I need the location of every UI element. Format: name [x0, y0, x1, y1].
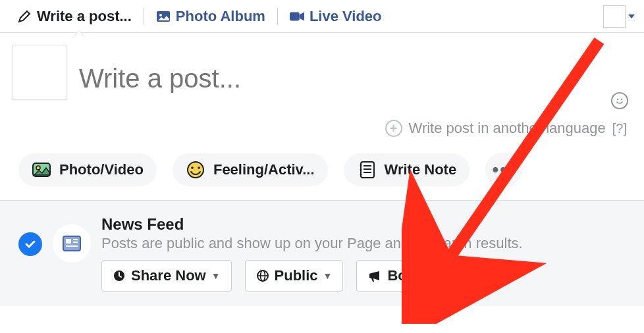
- chip-write-note[interactable]: Write Note: [344, 153, 470, 186]
- boost-post-button[interactable]: Boost Post: [356, 260, 475, 292]
- plus-icon[interactable]: +: [385, 120, 402, 137]
- note-icon: [357, 160, 377, 180]
- svg-point-14: [360, 165, 362, 166]
- composer-area: [0, 33, 644, 105]
- chip-feeling-activity[interactable]: Feeling/Activ...: [173, 153, 328, 186]
- photo-video-icon: [32, 160, 51, 180]
- page-avatar: [12, 45, 67, 100]
- attachment-chips: Photo/Video Feeling/Activ... Write Note …: [0, 147, 644, 200]
- caret-down-icon: ▼: [323, 270, 333, 281]
- account-switcher[interactable]: [603, 5, 636, 28]
- checkmark-icon: [24, 238, 37, 251]
- svg-point-1: [159, 14, 162, 16]
- video-icon: [290, 9, 304, 24]
- svg-rect-18: [66, 239, 71, 243]
- tab-label: Live Video: [309, 8, 382, 25]
- feed-title: News Feed: [101, 215, 626, 234]
- help-link[interactable]: [?]: [612, 121, 627, 136]
- feeling-icon: [186, 160, 205, 180]
- tab-photo-album[interactable]: Photo Album: [147, 1, 275, 32]
- composer-tabs: Write a post... Photo Album Live Video: [0, 0, 644, 33]
- post-input[interactable]: [79, 45, 628, 100]
- divider: [144, 8, 144, 25]
- divider: [277, 8, 278, 25]
- clock-icon: [113, 269, 126, 282]
- svg-rect-2: [290, 12, 300, 20]
- megaphone-icon: [367, 269, 382, 282]
- pencil-icon: [17, 9, 32, 24]
- news-feed-icon: [53, 224, 91, 263]
- svg-point-6: [36, 166, 40, 170]
- caret-down-icon: [627, 12, 636, 21]
- tab-write-post[interactable]: Write a post...: [8, 1, 141, 32]
- svg-point-8: [191, 166, 194, 169]
- svg-point-3: [617, 99, 619, 101]
- share-now-button[interactable]: Share Now ▼: [101, 260, 232, 292]
- news-feed-section: News Feed Posts are public and show up o…: [0, 200, 644, 306]
- button-label: Share Now: [131, 267, 206, 284]
- svg-rect-17: [63, 236, 80, 251]
- language-row: + Write post in another language [?]: [0, 105, 644, 147]
- button-label: Public: [275, 267, 318, 284]
- tab-live-video[interactable]: Live Video: [281, 1, 391, 32]
- feed-description: Posts are public and show up on your Pag…: [101, 235, 626, 252]
- checkbox-selected[interactable]: [18, 232, 42, 256]
- globe-icon: [256, 269, 269, 282]
- write-another-language[interactable]: Write post in another language: [409, 120, 606, 137]
- emoji-button[interactable]: [611, 92, 628, 109]
- more-options[interactable]: •••: [485, 153, 522, 187]
- tab-label: Write a post...: [37, 8, 132, 25]
- chip-label: Photo/Video: [59, 161, 144, 178]
- feed-buttons: Share Now ▼ Public ▼ Boost Post: [101, 260, 626, 292]
- image-icon: [156, 9, 171, 24]
- button-label: Boost Post: [387, 267, 464, 284]
- chip-photo-video[interactable]: Photo/Video: [18, 153, 157, 186]
- audience-button[interactable]: Public ▼: [245, 260, 344, 292]
- svg-point-7: [188, 162, 203, 178]
- svg-point-15: [360, 169, 362, 171]
- svg-point-4: [621, 99, 623, 101]
- chip-label: Feeling/Activ...: [213, 161, 315, 178]
- svg-point-9: [198, 166, 200, 169]
- tab-label: Photo Album: [176, 8, 265, 25]
- feed-body: News Feed Posts are public and show up o…: [101, 215, 626, 292]
- smiley-icon: [614, 95, 625, 106]
- caret-down-icon: ▼: [211, 270, 221, 281]
- chip-label: Write Note: [385, 161, 457, 178]
- account-avatar: [603, 5, 626, 28]
- svg-point-16: [360, 174, 362, 176]
